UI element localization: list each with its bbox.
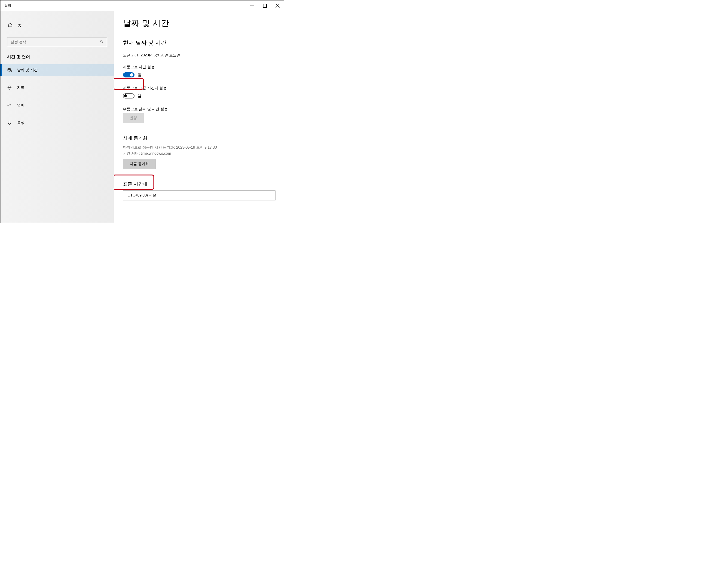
auto-timezone-state: 끔 [138, 94, 141, 98]
sidebar-item-label: 음성 [17, 120, 25, 125]
sidebar-item-region[interactable]: 지역 [0, 82, 114, 93]
sidebar-category-title: 시간 및 언어 [0, 54, 114, 64]
microphone-icon [7, 120, 12, 125]
window-title: 설정 [5, 4, 11, 8]
timezone-value: (UTC+09:00) 서울 [126, 193, 270, 198]
close-button[interactable] [271, 1, 284, 10]
auto-timezone-toggle[interactable] [123, 93, 134, 98]
home-icon [8, 23, 12, 28]
sidebar-item-label: 지역 [17, 85, 25, 90]
last-sync-text: 마지막으로 성공한 시간 동기화: 2023-05-19 오전 9:17:30 [123, 145, 274, 151]
sync-info: 마지막으로 성공한 시간 동기화: 2023-05-19 오전 9:17:30 … [123, 145, 274, 156]
sidebar-item-label: 언어 [17, 103, 25, 108]
svg-point-4 [100, 40, 102, 42]
search-box[interactable] [7, 37, 107, 47]
svg-rect-6 [8, 69, 11, 71]
svg-rect-15 [9, 121, 10, 123]
sidebar: 홈 시간 및 언어 날짜 및 시간 지역 [0, 11, 114, 222]
calendar-clock-icon [7, 68, 12, 73]
home-label: 홈 [17, 23, 21, 28]
search-input[interactable] [11, 40, 100, 44]
auto-time-state: 켬 [138, 73, 141, 77]
timezone-dropdown[interactable]: (UTC+09:00) 서울 ⌄ [123, 191, 275, 200]
home-button[interactable]: 홈 [0, 20, 114, 31]
page-title: 날짜 및 시간 [123, 17, 274, 29]
auto-time-toggle-row: 켬 [123, 71, 274, 79]
search-icon [100, 40, 103, 44]
change-button: 변경 [123, 113, 144, 123]
close-icon [275, 3, 280, 8]
language-icon: A字 [7, 102, 12, 108]
section-timezone-heading: 표준 시간대 [123, 181, 274, 187]
auto-time-label: 자동으로 시간 설정 [123, 65, 274, 70]
maximize-button[interactable] [258, 1, 271, 10]
globe-icon [7, 85, 12, 90]
time-server-text: 시간 서버: time.windows.com [123, 151, 274, 157]
section-sync-heading: 시계 동기화 [123, 135, 274, 141]
svg-rect-1 [263, 4, 266, 7]
sync-now-button[interactable]: 지금 동기화 [123, 159, 156, 169]
maximize-icon [262, 3, 267, 8]
svg-text:A字: A字 [7, 104, 11, 106]
sidebar-item-date-time[interactable]: 날짜 및 시간 [0, 64, 114, 76]
main-content: 날짜 및 시간 현재 날짜 및 시간 오전 2:31, 2023년 5월 20일… [114, 11, 284, 222]
auto-timezone-toggle-row: 끔 [123, 92, 274, 100]
current-datetime: 오전 2:31, 2023년 5월 20일 토요일 [123, 53, 274, 58]
manual-set-label: 수동으로 날짜 및 시간 설정 [123, 107, 274, 112]
minimize-icon [250, 3, 254, 8]
titlebar: 설정 [0, 0, 284, 11]
chevron-down-icon: ⌄ [270, 194, 272, 197]
section-current-heading: 현재 날짜 및 시간 [123, 39, 274, 46]
sidebar-item-language[interactable]: A字 언어 [0, 99, 114, 111]
sidebar-item-label: 날짜 및 시간 [17, 68, 38, 73]
svg-line-5 [102, 42, 103, 43]
sidebar-item-speech[interactable]: 음성 [0, 117, 114, 128]
settings-window: 설정 홈 시간 및 언어 [0, 0, 284, 223]
auto-time-toggle[interactable] [123, 72, 134, 77]
auto-timezone-label: 자동으로 표준 시간대 설정 [123, 86, 274, 91]
minimize-button[interactable] [246, 1, 258, 10]
svg-line-10 [11, 71, 11, 72]
